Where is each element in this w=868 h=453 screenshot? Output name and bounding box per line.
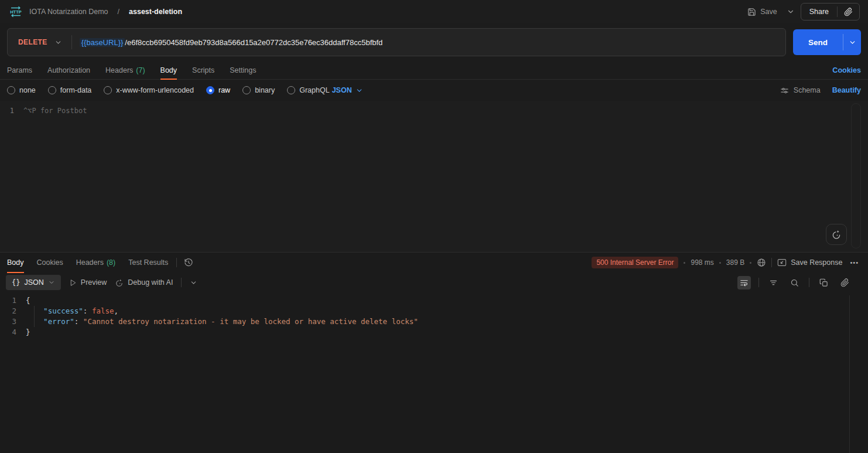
response-history-icon[interactable] <box>184 258 193 267</box>
token-punct: : <box>74 317 83 326</box>
tab-label: Headers <box>76 258 104 267</box>
response-format-select[interactable]: {} JSON <box>6 275 61 290</box>
filter-icon[interactable] <box>767 276 780 289</box>
method-selector[interactable]: DELETE <box>8 38 71 46</box>
raw-language-select[interactable]: JSON <box>332 86 363 94</box>
network-globe-icon[interactable] <box>757 258 766 267</box>
body-mode-x-www-form-urlencoded[interactable]: x-www-form-urlencoded <box>104 86 194 94</box>
language-chevron-icon <box>356 87 363 94</box>
radio-icon <box>7 86 15 94</box>
token-punct: , <box>114 306 119 315</box>
tab-scripts[interactable]: Scripts <box>192 61 214 79</box>
response-tab-body[interactable]: Body <box>7 253 24 273</box>
postbot-button[interactable] <box>826 224 847 245</box>
body-mode-binary[interactable]: binary <box>242 86 275 94</box>
body-mode-label: binary <box>255 86 275 94</box>
wrap-text-icon[interactable] <box>737 276 751 289</box>
line-number: 1 <box>0 295 26 306</box>
code-line: 2 "success": false, <box>0 306 868 316</box>
response-tabs: BodyCookiesHeaders(8)Test Results <box>7 253 168 273</box>
editor-scrollbar[interactable] <box>851 103 861 248</box>
response-tabs-row: BodyCookiesHeaders(8)Test Results 500 In… <box>0 253 868 273</box>
request-tabs-row: ParamsAuthorizationHeaders(7)BodyScripts… <box>0 61 868 80</box>
send-button-group: Send <box>793 29 861 55</box>
breadcrumb-collection[interactable]: IOTA Notarization Demo <box>29 8 108 16</box>
tab-settings[interactable]: Settings <box>230 61 256 79</box>
line-number: 2 <box>0 306 26 316</box>
code-text: "success": false, <box>26 306 118 316</box>
response-tab-cookies[interactable]: Cookies <box>37 253 63 273</box>
tab-label: Test Results <box>128 258 168 267</box>
radio-icon <box>48 86 56 94</box>
debug-with-ai-button[interactable]: Debug with AI <box>115 278 173 287</box>
body-mode-form-data[interactable]: form-data <box>48 86 92 94</box>
response-tab-headers[interactable]: Headers(8) <box>76 253 116 273</box>
send-options-chevron-icon[interactable] <box>843 29 861 55</box>
save-options-chevron-icon[interactable] <box>787 8 795 16</box>
tab-params[interactable]: Params <box>7 61 32 79</box>
status-badge[interactable]: 500 Internal Server Error <box>592 257 678 268</box>
cookies-link[interactable]: Cookies <box>832 66 861 74</box>
share-button-group: Share <box>801 3 860 21</box>
response-time[interactable]: 998 ms <box>691 258 713 267</box>
schema-button[interactable]: Schema <box>780 86 821 95</box>
share-button[interactable]: Share <box>801 4 837 20</box>
search-icon[interactable] <box>788 276 801 289</box>
tab-headers[interactable]: Headers(7) <box>105 61 145 79</box>
save-button[interactable]: Save <box>744 5 781 19</box>
header-actions: Save Share <box>744 3 860 21</box>
tab-label: Body <box>7 258 24 267</box>
request-url-row: DELETE {{baseURL}}/e6f8ccb6950458fd9eb79… <box>0 23 868 61</box>
response-format-label: JSON <box>24 278 43 287</box>
copy-link-icon[interactable] <box>838 4 859 20</box>
body-mode-none[interactable]: none <box>7 86 36 94</box>
line-number: 3 <box>0 316 26 327</box>
copy-icon[interactable] <box>817 276 831 289</box>
save-response-label: Save Response <box>791 258 842 267</box>
response-code-lines: 1{2 "success": false,3 "error": "Cannot … <box>0 295 868 338</box>
breadcrumb-separator: / <box>118 8 119 16</box>
postbot-sparkle-icon <box>831 229 842 240</box>
dot-separator <box>719 262 721 264</box>
body-mode-label: raw <box>218 86 230 94</box>
save-response-icon <box>777 258 787 267</box>
code-line: 3 "error": "Cannot destroy notarization … <box>0 316 868 327</box>
more-options-icon[interactable]: ••• <box>848 258 861 267</box>
url-path: /e6f8ccb6950458fd9eb793d8a566d15a2e0772d… <box>125 38 382 47</box>
beautify-button[interactable]: Beautify <box>832 86 861 94</box>
token-punct: { <box>26 296 30 305</box>
save-response-button[interactable]: Save Response <box>777 258 842 267</box>
response-tab-test-results[interactable]: Test Results <box>128 253 168 273</box>
save-icon <box>747 8 756 16</box>
request-body-editor[interactable]: 1 ^⌥P for Postbot <box>0 101 868 252</box>
response-toolbar: {} JSON Preview Debug with AI <box>0 273 868 292</box>
body-mode-graphql[interactable]: GraphQL <box>287 86 329 94</box>
url-input[interactable]: {{baseURL}}/e6f8ccb6950458fd9eb793d8a566… <box>72 38 383 47</box>
radio-icon <box>206 86 214 94</box>
body-mode-raw[interactable]: raw <box>206 86 230 94</box>
breadcrumb-request-name[interactable]: assest-deletion <box>129 8 182 16</box>
toolbar-divider <box>181 278 182 287</box>
breadcrumb: HTTP IOTA Notarization Demo / assest-del… <box>8 6 182 18</box>
tab-authorization[interactable]: Authorization <box>47 61 90 79</box>
response-size[interactable]: 389 B <box>726 258 744 267</box>
body-mode-label: none <box>19 86 36 94</box>
body-mode-label: GraphQL <box>299 86 329 94</box>
send-button[interactable]: Send <box>793 29 843 55</box>
tabs-history-divider <box>176 258 177 267</box>
link-icon[interactable] <box>838 276 852 289</box>
preview-button[interactable]: Preview <box>69 278 107 287</box>
radio-icon <box>104 86 112 94</box>
icons-divider <box>758 278 759 287</box>
tab-label: Params <box>7 66 32 74</box>
response-body-viewer[interactable]: 1{2 "success": false,3 "error": "Cannot … <box>0 292 868 453</box>
method-label: DELETE <box>18 38 47 46</box>
tab-label: Cookies <box>37 258 63 267</box>
body-mode-label: form-data <box>60 86 92 94</box>
tab-body[interactable]: Body <box>160 61 177 79</box>
dot-separator <box>750 262 751 264</box>
token-key: "success" <box>26 306 83 315</box>
icons-divider <box>809 278 809 287</box>
code-line: 4} <box>0 327 868 338</box>
viewer-options-chevron-icon[interactable] <box>190 279 197 287</box>
